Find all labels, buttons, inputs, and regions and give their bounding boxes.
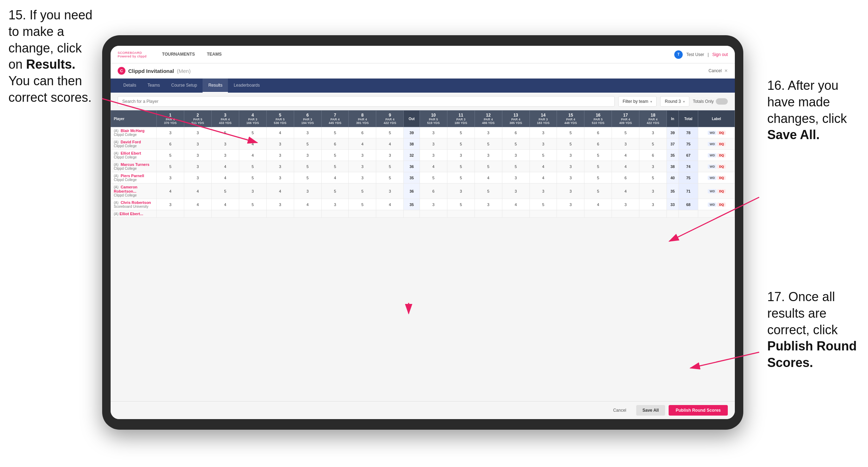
hole-14-score[interactable]: 3 bbox=[529, 183, 557, 199]
hole-13-score[interactable]: 3 bbox=[502, 172, 529, 183]
hole-18-score[interactable]: 3 bbox=[639, 161, 667, 172]
cancel-button[interactable]: Cancel bbox=[607, 405, 632, 416]
hole-2-score[interactable]: 3 bbox=[184, 150, 211, 161]
hole-16-score[interactable]: 5 bbox=[584, 183, 612, 199]
save-all-button[interactable]: Save All bbox=[636, 405, 665, 416]
hole-14-score[interactable]: 3 bbox=[529, 127, 557, 138]
hole-17-score[interactable]: 3 bbox=[612, 138, 639, 150]
hole-6-score[interactable]: 4 bbox=[294, 199, 321, 210]
dq-badge[interactable]: DQ bbox=[717, 189, 726, 193]
hole-15-score[interactable]: 5 bbox=[557, 127, 584, 138]
hole-5-score[interactable]: 3 bbox=[266, 138, 294, 150]
hole-10-score[interactable]: 5 bbox=[420, 172, 447, 183]
hole-11-score[interactable]: 5 bbox=[447, 161, 475, 172]
tab-details[interactable]: Details bbox=[118, 79, 142, 93]
totals-only-toggle[interactable]: Totals Only bbox=[693, 98, 728, 105]
sign-out-link[interactable]: Sign out bbox=[712, 52, 728, 57]
player-name[interactable]: Marcus Turners bbox=[120, 162, 149, 167]
hole-12-score[interactable]: 5 bbox=[475, 138, 502, 150]
filter-by-team-dropdown[interactable]: Filter by team ▾ bbox=[618, 96, 657, 107]
hole-8-score[interactable]: 3 bbox=[349, 172, 376, 183]
hole-9-score[interactable]: 5 bbox=[376, 172, 404, 183]
hole-6-score[interactable]: 5 bbox=[294, 161, 321, 172]
hole-3-score[interactable]: 4 bbox=[211, 161, 239, 172]
hole-3-score[interactable]: 3 bbox=[211, 150, 239, 161]
hole-10-score[interactable]: 3 bbox=[420, 138, 447, 150]
hole-7-score[interactable]: 4 bbox=[321, 172, 349, 183]
hole-2-score[interactable]: 3 bbox=[184, 138, 211, 150]
hole-18-score[interactable]: 3 bbox=[639, 199, 667, 210]
hole-6-score[interactable]: 3 bbox=[294, 183, 321, 199]
hole-7-score[interactable]: 5 bbox=[321, 127, 349, 138]
hole-5-score[interactable]: 4 bbox=[266, 127, 294, 138]
hole-2-score[interactable]: 3 bbox=[184, 127, 211, 138]
hole-1-score[interactable]: 3 bbox=[157, 172, 184, 183]
cancel-tournament-btn[interactable]: Cancel ✕ bbox=[708, 68, 728, 73]
player-name[interactable]: Blair McHarg bbox=[120, 129, 144, 133]
wd-badge[interactable]: WD bbox=[708, 203, 717, 207]
hole-9-score[interactable]: 5 bbox=[376, 127, 404, 138]
hole-13-score[interactable]: 6 bbox=[502, 127, 529, 138]
hole-14-score[interactable]: 5 bbox=[529, 150, 557, 161]
hole-15-score[interactable]: 3 bbox=[557, 161, 584, 172]
wd-badge[interactable]: WD bbox=[708, 153, 717, 157]
hole-3-score[interactable]: 3 bbox=[211, 138, 239, 150]
hole-12-score[interactable]: 5 bbox=[475, 183, 502, 199]
hole-10-score[interactable]: 3 bbox=[420, 199, 447, 210]
player-name[interactable]: Piers Parnell bbox=[120, 174, 144, 178]
hole-15-score[interactable]: 5 bbox=[557, 138, 584, 150]
hole-7-score[interactable]: 3 bbox=[321, 199, 349, 210]
hole-12-score[interactable]: 3 bbox=[475, 199, 502, 210]
hole-16-score[interactable]: 5 bbox=[584, 150, 612, 161]
hole-8-score[interactable]: 3 bbox=[349, 150, 376, 161]
hole-5-score[interactable]: 3 bbox=[266, 150, 294, 161]
hole-6-score[interactable]: 3 bbox=[294, 150, 321, 161]
hole-16-score[interactable]: 6 bbox=[584, 127, 612, 138]
hole-17-score[interactable]: 4 bbox=[612, 183, 639, 199]
hole-4-score[interactable]: 5 bbox=[239, 172, 266, 183]
hole-4-score[interactable]: 5 bbox=[239, 199, 266, 210]
hole-13-score[interactable]: 5 bbox=[502, 161, 529, 172]
hole-8-score[interactable]: 6 bbox=[349, 127, 376, 138]
hole-5-score[interactable]: 3 bbox=[266, 172, 294, 183]
hole-10-score[interactable]: 6 bbox=[420, 183, 447, 199]
hole-11-score[interactable]: 3 bbox=[447, 183, 475, 199]
dq-badge[interactable]: DQ bbox=[717, 153, 726, 157]
hole-4-score[interactable]: 3 bbox=[239, 183, 266, 199]
hole-9-score[interactable]: 4 bbox=[376, 138, 404, 150]
player-name[interactable]: Elliot Ebert bbox=[120, 151, 141, 155]
hole-6-score[interactable]: 5 bbox=[294, 172, 321, 183]
dq-badge[interactable]: DQ bbox=[717, 203, 726, 207]
hole-8-score[interactable]: 5 bbox=[349, 183, 376, 199]
round-dropdown[interactable]: Round 3 ▾ bbox=[660, 96, 689, 107]
hole-11-score[interactable]: 5 bbox=[447, 127, 475, 138]
hole-11-score[interactable]: 5 bbox=[447, 199, 475, 210]
hole-1-score[interactable]: 5 bbox=[157, 150, 184, 161]
hole-9-score[interactable]: 4 bbox=[376, 199, 404, 210]
hole-17-score[interactable]: 4 bbox=[612, 161, 639, 172]
tab-teams[interactable]: Teams bbox=[142, 79, 166, 93]
hole-14-score[interactable]: 4 bbox=[529, 161, 557, 172]
hole-12-score[interactable]: 3 bbox=[475, 150, 502, 161]
hole-7-score[interactable]: 5 bbox=[321, 150, 349, 161]
hole-17-score[interactable]: 6 bbox=[612, 172, 639, 183]
hole-4-score[interactable]: 4 bbox=[239, 138, 266, 150]
score-table-wrapper[interactable]: Player 1PAR 4370 YDS 2PAR 5511 YDS 3PAR … bbox=[111, 110, 735, 403]
hole-5-score[interactable]: 4 bbox=[266, 183, 294, 199]
hole-8-score[interactable]: 5 bbox=[349, 199, 376, 210]
wd-badge[interactable]: WD bbox=[708, 164, 717, 169]
hole-17-score[interactable]: 5 bbox=[612, 127, 639, 138]
hole-16-score[interactable]: 6 bbox=[584, 138, 612, 150]
hole-1-score[interactable]: 5 bbox=[157, 161, 184, 172]
hole-11-score[interactable]: 3 bbox=[447, 150, 475, 161]
hole-2-score[interactable]: 3 bbox=[184, 161, 211, 172]
hole-2-score[interactable]: 4 bbox=[184, 199, 211, 210]
hole-6-score[interactable]: 3 bbox=[294, 127, 321, 138]
dq-badge[interactable]: DQ bbox=[717, 131, 726, 135]
hole-3-score[interactable]: 5 bbox=[211, 183, 239, 199]
hole-18-score[interactable]: 6 bbox=[639, 150, 667, 161]
dq-badge[interactable]: DQ bbox=[717, 176, 726, 180]
hole-14-score[interactable]: 3 bbox=[529, 138, 557, 150]
search-input[interactable] bbox=[118, 96, 615, 107]
hole-18-score[interactable]: 3 bbox=[639, 127, 667, 138]
